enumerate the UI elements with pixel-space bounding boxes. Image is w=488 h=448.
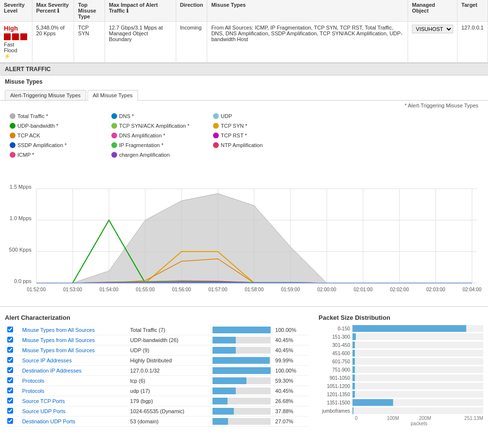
header-table: SeverityLevel Max SeverityPercent ℹ Top … xyxy=(0,0,488,63)
char-col1-0: Misuse Types from All Sources xyxy=(20,325,128,335)
char-pct-7: 26.68% xyxy=(273,396,309,406)
pkt-bar-outer-7 xyxy=(352,383,483,389)
char-pct-3: 99.99% xyxy=(273,356,309,366)
pkt-bar-inner-9 xyxy=(352,399,393,406)
char-row: Misuse Types from All Sources UDP (9) 40… xyxy=(5,345,309,356)
y-label-15m: 1.5 Mpps xyxy=(10,184,32,190)
char-check-8[interactable] xyxy=(5,406,20,417)
char-col2-9: 53 (domain) xyxy=(128,417,210,427)
pkt-row: 901-1050 xyxy=(319,374,483,381)
legend-empty xyxy=(213,152,310,158)
legend-label-ip-frag: IP Fragmentation * xyxy=(119,142,164,148)
alert-traffic-section: ALERT TRAFFIC xyxy=(0,63,488,75)
top-misuse-cell: TCP SYN xyxy=(74,22,105,63)
legend-tcp-syn: TCP SYN * xyxy=(213,123,310,129)
char-check-5[interactable] xyxy=(5,376,20,386)
total-traffic-area xyxy=(36,194,472,283)
misuse-tabs: Alert-Triggering Misuse Types All Misuse… xyxy=(0,88,488,101)
char-col2-0: Total Traffic (7) xyxy=(128,325,210,335)
char-bar-0 xyxy=(210,325,273,335)
alert-trigger-note: * Alert-Triggering Misuse Types xyxy=(0,101,488,108)
legend-dot-chargen xyxy=(111,152,117,158)
pkt-label-3: 451-600 xyxy=(319,351,352,356)
pkt-chart: 0-150 151-300 301-450 451-600 601-750 75… xyxy=(319,325,483,414)
pkt-bar-inner-10 xyxy=(352,407,353,414)
pkt-label-5: 751-900 xyxy=(319,367,352,373)
pkt-row: 0-150 xyxy=(319,325,483,332)
legend-dot-udp xyxy=(213,113,219,119)
legend-row-4: SSDP Amplification * IP Fragmentation * … xyxy=(10,142,478,148)
char-pct-5: 59.30% xyxy=(273,376,309,386)
pkt-label-8: 1201-1350 xyxy=(319,392,352,397)
managed-object-select[interactable]: VISUHOST xyxy=(412,25,453,33)
pkt-row: 601-750 xyxy=(319,358,483,365)
x-label-1: 01:53:00 xyxy=(63,287,82,292)
lightning-icon: ⚡ xyxy=(4,53,28,60)
pkt-label-0: 0-150 xyxy=(319,326,352,331)
chart-legend: Total Traffic * DNS * UDP UDP-bandwidth … xyxy=(0,108,488,160)
legend-dot-dns-amp xyxy=(111,133,117,138)
legend-icmp: ICMP * xyxy=(10,152,107,158)
pkt-bar-outer-0 xyxy=(352,325,483,332)
legend-label-chargen: chargen Amplification xyxy=(119,152,170,158)
pkt-label-6: 901-1050 xyxy=(319,375,352,381)
legend-udp: UDP xyxy=(213,113,310,119)
severity-desc: Fast Flood xyxy=(4,42,28,53)
char-check-9[interactable] xyxy=(5,417,20,427)
char-check-1[interactable] xyxy=(5,335,20,345)
pkt-row: 1351-1500 xyxy=(319,399,483,406)
pkt-axis-0: 0 xyxy=(355,416,387,421)
legend-total-traffic: Total Traffic * xyxy=(10,113,107,119)
legend-ntp: NTP Amplification xyxy=(213,142,310,148)
packet-dist-title: Packet Size Distribution xyxy=(319,314,483,321)
char-bar-4 xyxy=(210,366,273,376)
x-label-7: 01:59:00 xyxy=(281,287,300,292)
legend-ssdp: SSDP Amplification * xyxy=(10,142,107,148)
legend-dot-tcp-syn-ack xyxy=(111,123,117,129)
y-label-500k: 500 Kpps xyxy=(9,247,32,253)
char-col2-4: 127.0.0.1/32 xyxy=(128,366,210,376)
legend-tcp-rst: TCP RST * xyxy=(213,133,310,138)
pkt-label-4: 601-750 xyxy=(319,359,352,364)
char-check-7[interactable] xyxy=(5,396,20,406)
col-direction: Direction xyxy=(176,0,207,22)
x-label-10: 02:02:00 xyxy=(390,287,409,292)
char-check-0[interactable] xyxy=(5,325,20,335)
char-pct-2: 40.45% xyxy=(273,345,309,356)
char-row: Protocols tcp (6) 59.30% xyxy=(5,376,309,386)
legend-udp-bw: UDP-bandwidth * xyxy=(10,123,107,129)
char-check-4[interactable] xyxy=(5,366,20,376)
legend-dot-udp-bw xyxy=(10,123,15,129)
pkt-bar-inner-6 xyxy=(352,374,355,381)
char-bar-5 xyxy=(210,376,273,386)
char-row: Source IP Addresses Highly Distributed 9… xyxy=(5,356,309,366)
misuse-types-cell: From All Sources: ICMP, IP Fragmentation… xyxy=(207,22,408,63)
char-pct-4: 100.00% xyxy=(273,366,309,376)
x-label-11: 02:03:00 xyxy=(427,287,445,292)
char-table: Misuse Types from All Sources Total Traf… xyxy=(5,325,309,427)
legend-label-total-traffic: Total Traffic * xyxy=(17,113,48,119)
legend-dot-total-traffic xyxy=(10,113,15,119)
char-check-6[interactable] xyxy=(5,386,20,396)
severity-icons xyxy=(4,33,28,40)
pkt-row: jumboframes xyxy=(319,407,483,414)
pkt-axis-200m: 200M xyxy=(419,416,451,421)
char-col2-7: 179 (bgp) xyxy=(128,396,210,406)
legend-row-2: UDP-bandwidth * TCP SYN/ACK Amplificatio… xyxy=(10,123,478,129)
col-target: Target xyxy=(458,0,488,22)
char-col1-5: Protocols xyxy=(20,376,128,386)
char-col2-6: udp (17) xyxy=(128,386,210,396)
pkt-label-2: 301-450 xyxy=(319,343,352,348)
pkt-row: 1051-1200 xyxy=(319,383,483,389)
x-label-12: 02:04:00 xyxy=(463,287,482,292)
char-check-2[interactable] xyxy=(5,345,20,356)
char-bar-1 xyxy=(210,335,273,345)
char-col1-2: Misuse Types from All Sources xyxy=(20,345,128,356)
x-label-2: 01:54:00 xyxy=(100,287,119,292)
tab-alert-triggering[interactable]: Alert-Triggering Misuse Types xyxy=(5,90,86,100)
max-severity-cell: 5,348.0% of 20 Kpps xyxy=(32,22,74,63)
tab-all-misuse[interactable]: All Misuse Types xyxy=(88,90,138,101)
char-check-3[interactable] xyxy=(5,356,20,366)
packet-dist-section: Packet Size Distribution 0-150 151-300 3… xyxy=(319,314,483,427)
legend-label-tcp-ack: TCP ACK xyxy=(17,133,40,138)
